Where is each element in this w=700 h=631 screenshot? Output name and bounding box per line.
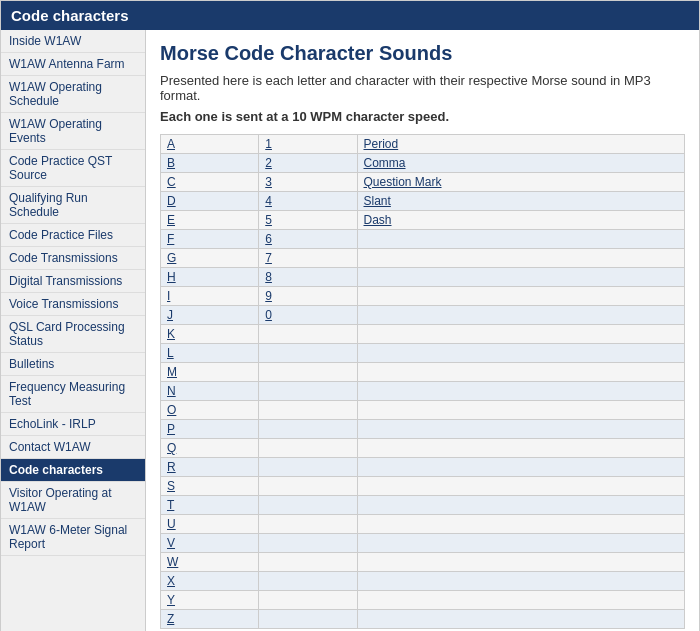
letter-link[interactable]: U [167,517,176,531]
cell-number[interactable] [259,553,357,572]
cell-letter[interactable]: J [161,306,259,325]
cell-letter[interactable]: H [161,268,259,287]
cell-number[interactable] [259,363,357,382]
letter-link[interactable]: D [167,194,176,208]
cell-letter[interactable]: C [161,173,259,192]
cell-letter[interactable]: P [161,420,259,439]
cell-special[interactable]: Period [357,135,685,154]
special-link[interactable]: Period [364,137,399,151]
letter-link[interactable]: Y [167,593,175,607]
number-link[interactable]: 4 [265,194,272,208]
cell-number[interactable] [259,515,357,534]
letter-link[interactable]: T [167,498,174,512]
letter-link[interactable]: J [167,308,173,322]
cell-number[interactable]: 2 [259,154,357,173]
sidebar-item[interactable]: Visitor Operating at W1AW [1,482,145,519]
cell-letter[interactable]: U [161,515,259,534]
cell-letter[interactable]: L [161,344,259,363]
cell-special[interactable] [357,496,685,515]
sidebar-item[interactable]: QSL Card Processing Status [1,316,145,353]
letter-link[interactable]: S [167,479,175,493]
cell-letter[interactable]: Z [161,610,259,629]
sidebar-item[interactable]: Code characters [1,459,145,482]
cell-letter[interactable]: V [161,534,259,553]
letter-link[interactable]: A [167,137,175,151]
number-link[interactable]: 1 [265,137,272,151]
letter-link[interactable]: Z [167,612,174,626]
number-link[interactable]: 8 [265,270,272,284]
cell-number[interactable]: 5 [259,211,357,230]
cell-number[interactable]: 4 [259,192,357,211]
cell-letter[interactable]: M [161,363,259,382]
letter-link[interactable]: C [167,175,176,189]
sidebar-item[interactable]: Code Transmissions [1,247,145,270]
cell-special[interactable] [357,591,685,610]
cell-special[interactable] [357,268,685,287]
cell-letter[interactable]: X [161,572,259,591]
letter-link[interactable]: O [167,403,176,417]
letter-link[interactable]: V [167,536,175,550]
cell-number[interactable] [259,325,357,344]
cell-special[interactable] [357,477,685,496]
sidebar-item[interactable]: Frequency Measuring Test [1,376,145,413]
cell-letter[interactable]: N [161,382,259,401]
letter-link[interactable]: L [167,346,174,360]
number-link[interactable]: 3 [265,175,272,189]
cell-number[interactable]: 0 [259,306,357,325]
cell-special[interactable] [357,572,685,591]
letter-link[interactable]: N [167,384,176,398]
cell-number[interactable] [259,534,357,553]
cell-number[interactable] [259,439,357,458]
cell-special[interactable] [357,344,685,363]
letter-link[interactable]: F [167,232,174,246]
letter-link[interactable]: I [167,289,170,303]
cell-letter[interactable]: K [161,325,259,344]
cell-letter[interactable]: G [161,249,259,268]
cell-letter[interactable]: O [161,401,259,420]
letter-link[interactable]: K [167,327,175,341]
sidebar-item[interactable]: W1AW Operating Events [1,113,145,150]
letter-link[interactable]: G [167,251,176,265]
number-link[interactable]: 7 [265,251,272,265]
cell-special[interactable] [357,249,685,268]
cell-letter[interactable]: T [161,496,259,515]
number-link[interactable]: 6 [265,232,272,246]
letter-link[interactable]: H [167,270,176,284]
cell-number[interactable]: 6 [259,230,357,249]
special-link[interactable]: Question Mark [364,175,442,189]
sidebar-item[interactable]: EchoLink - IRLP [1,413,145,436]
sidebar-item[interactable]: W1AW 6-Meter Signal Report [1,519,145,556]
cell-letter[interactable]: I [161,287,259,306]
cell-special[interactable] [357,230,685,249]
cell-number[interactable] [259,477,357,496]
cell-special[interactable]: Comma [357,154,685,173]
number-link[interactable]: 9 [265,289,272,303]
letter-link[interactable]: P [167,422,175,436]
cell-number[interactable]: 8 [259,268,357,287]
letter-link[interactable]: R [167,460,176,474]
cell-letter[interactable]: R [161,458,259,477]
letter-link[interactable]: E [167,213,175,227]
sidebar-item[interactable]: W1AW Antenna Farm [1,53,145,76]
sidebar-item[interactable]: W1AW Operating Schedule [1,76,145,113]
cell-special[interactable] [357,420,685,439]
cell-number[interactable]: 3 [259,173,357,192]
cell-number[interactable] [259,496,357,515]
number-link[interactable]: 5 [265,213,272,227]
cell-number[interactable]: 9 [259,287,357,306]
cell-special[interactable] [357,325,685,344]
cell-special[interactable] [357,382,685,401]
cell-special[interactable] [357,553,685,572]
letter-link[interactable]: W [167,555,178,569]
cell-special[interactable] [357,439,685,458]
cell-number[interactable] [259,420,357,439]
special-link[interactable]: Dash [364,213,392,227]
cell-special[interactable]: Slant [357,192,685,211]
cell-special[interactable] [357,306,685,325]
cell-special[interactable] [357,401,685,420]
sidebar-item[interactable]: Digital Transmissions [1,270,145,293]
cell-number[interactable] [259,610,357,629]
cell-letter[interactable]: S [161,477,259,496]
cell-number[interactable] [259,344,357,363]
cell-special[interactable] [357,458,685,477]
